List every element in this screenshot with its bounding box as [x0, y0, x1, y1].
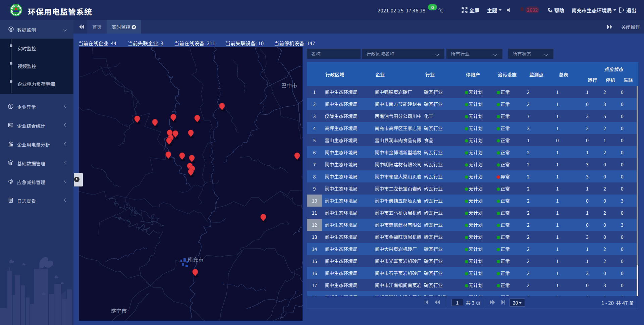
svg-text:巴中市: 巴中市	[281, 81, 297, 89]
svg-text:南充市: 南充市	[187, 255, 204, 263]
svg-text:遂宁市: 遂宁市	[111, 307, 127, 315]
